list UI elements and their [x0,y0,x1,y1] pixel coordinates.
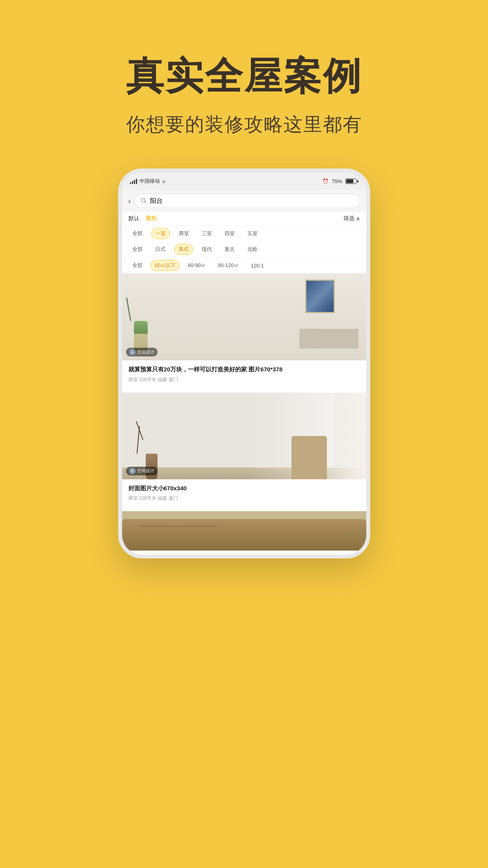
room-tag-4[interactable]: 四室 [221,228,239,239]
style-tag-japanese[interactable]: 日式 [151,244,169,254]
svg-line-1 [145,202,147,204]
card-1-meta: 两室 100平米 福建 厦门 [128,377,360,383]
sort-default[interactable]: 默认 [128,215,139,222]
size-tag-xlarge[interactable]: 120-1 [247,261,268,270]
card-2-image: A 空间设计 [122,393,366,479]
size-tag-all[interactable]: 全部 [128,260,147,271]
alarm-icon: ⏰ [323,178,328,184]
card-3[interactable] [122,511,366,551]
style-tag-retro[interactable]: 复古 [221,244,239,254]
card-2-body: 封面图片大小670x340 两室 100平米 福建 厦门 [122,479,366,508]
card-2-badge: A 空间设计 [126,467,158,475]
style-tags-row: 全部 日式 美式 现代 复古 北欧 [122,241,366,258]
phone-mockup: 中国移动 ⌾ ⏰ 75% ‹ 阳台 [118,169,370,558]
wifi-icon: ⌾ [162,178,165,184]
size-tag-large[interactable]: 90-120㎡ [214,260,243,271]
hero-subtitle: 你想要的装修攻略这里都有 [126,112,362,137]
room-tag-3[interactable]: 三室 [198,228,216,239]
card-2-avatar: A [129,468,135,474]
carrier-label: 中国移动 [139,178,160,185]
card-1-body: 就算预算只有20万块，一样可以打造美好的家 图片670*378 两室 100平米… [122,360,366,389]
filter-row: 默认 最热 筛选 ∧ [122,212,366,226]
status-right: ⏰ 75% [323,178,358,184]
search-placeholder: 阳台 [150,197,163,205]
filter-button[interactable]: 筛选 ∧ [343,215,360,222]
battery-icon [345,178,358,184]
back-button[interactable]: ‹ [128,197,131,206]
room-tag-all[interactable]: 全部 [128,228,147,239]
battery-percent: 75% [332,178,342,184]
room-tag-5[interactable]: 五室 [243,228,262,239]
search-box[interactable]: 阳台 [135,194,360,208]
card-2[interactable]: A 空间设计 封面图片大小670x340 两室 100平米 福建 厦门 [122,393,366,508]
card-1-avatar: A [129,349,135,355]
status-bar: 中国移动 ⌾ ⏰ 75% [122,172,366,190]
room-tags-row: 全部 一室 两室 三室 四室 五室 [122,226,366,241]
hero-title: 真实全屋案例 [126,51,362,102]
card-1[interactable]: A 空间设计 就算预算只有20万块，一样可以打造美好的家 图片670*378 两… [122,274,366,389]
style-tag-nordic[interactable]: 北欧 [243,244,262,254]
card-3-image [122,511,366,551]
search-icon [141,198,147,204]
card-1-image: A 空间设计 [122,274,366,360]
size-tag-medium[interactable]: 60-90㎡ [184,260,210,271]
search-row: ‹ 阳台 [122,190,366,212]
signal-icon [130,178,137,184]
size-tag-small[interactable]: 60㎡以下 [150,260,180,271]
card-2-meta: 两室 100平米 福建 厦门 [128,495,360,502]
phone-screen: ‹ 阳台 默认 最热 筛选 ∧ 全部 一室 两室 三室 四室 [122,190,366,555]
sort-hot[interactable]: 最热 [146,215,157,222]
room-tag-1[interactable]: 一室 [151,228,170,239]
card-1-badge: A 空间设计 [126,348,158,356]
status-left: 中国移动 ⌾ [130,178,165,185]
room-tag-2[interactable]: 两室 [175,228,193,239]
card-2-title: 封面图片大小670x340 [128,484,360,493]
style-tag-all[interactable]: 全部 [128,244,147,254]
card-1-title: 就算预算只有20万块，一样可以打造美好的家 图片670*378 [128,365,360,374]
style-tag-american[interactable]: 美式 [174,244,193,255]
style-tag-modern[interactable]: 现代 [198,244,216,254]
size-tags-row: 全部 60㎡以下 60-90㎡ 90-120㎡ 120-1 [122,258,366,274]
